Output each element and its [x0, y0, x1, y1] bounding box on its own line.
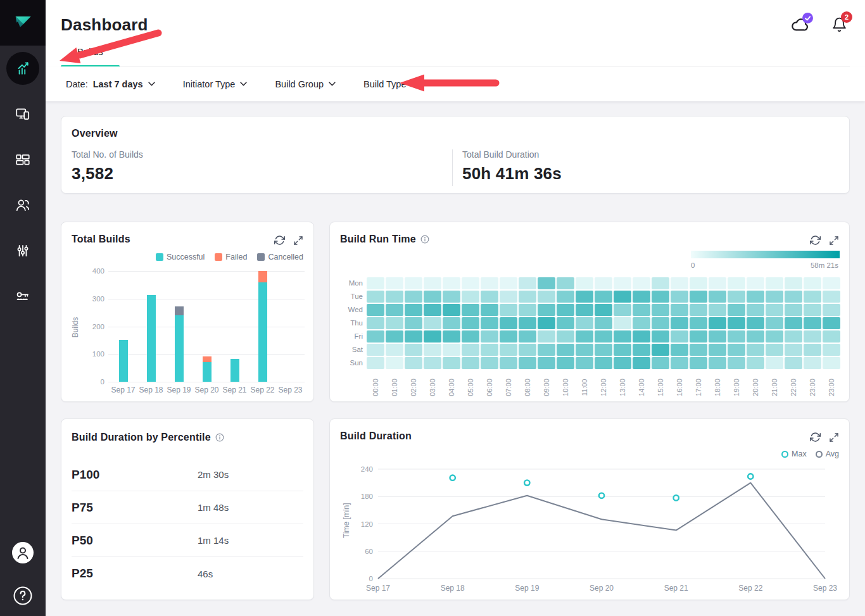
notifications-button[interactable]: 2: [831, 16, 847, 35]
heatmap-cell: [443, 304, 460, 316]
metric-value: 50h 41m 36s: [462, 164, 562, 184]
heatmap-cell: [823, 291, 840, 303]
heatmap-hour-label: 09:00: [543, 374, 550, 401]
heatmap-cell: [367, 317, 384, 329]
heatmap-cell: [804, 304, 821, 316]
filter-value: Last 7 days: [93, 79, 143, 89]
heatmap-cell: [652, 330, 669, 343]
table-row: P1002m 30s: [72, 458, 303, 491]
heatmap-cell: [538, 317, 555, 329]
heatmap-cell: [747, 277, 764, 289]
heatmap-cell: [424, 357, 441, 369]
heatmap-cell: [386, 304, 403, 316]
help-icon: [13, 586, 33, 606]
x-axis-tick: Sep 17: [362, 584, 394, 593]
heatmap-hour-label: 21:00: [771, 374, 778, 401]
heatmap-cell: [804, 291, 821, 303]
sidebar-item-account[interactable]: [0, 530, 46, 575]
heatmap-cell: [785, 317, 802, 329]
bar-segment-failed: [258, 271, 267, 282]
heatmap-cell: [671, 291, 688, 303]
heatmap-cell: [443, 357, 460, 369]
heatmap-cell: [500, 344, 517, 356]
heatmap-cell: [405, 317, 422, 329]
filter-initiator-type[interactable]: Initiator Type: [183, 79, 248, 89]
line-chart-svg: [330, 419, 850, 601]
chart-title-text: Build Duration by Percentile: [72, 432, 211, 443]
heatmap-cell: [443, 291, 460, 303]
heatmap-cell: [804, 357, 821, 369]
filter-bar: Date: Last 7 daysInitiator TypeBuild Gro…: [46, 66, 865, 101]
y-axis-tick: 200: [79, 323, 104, 330]
chart-title: Build Duration by Percentile: [72, 432, 224, 443]
heatmap-cell: [405, 304, 422, 316]
filter-build-type[interactable]: Build Type: [363, 79, 418, 89]
heatmap-cell: [766, 304, 783, 316]
heatmap-cell: [481, 344, 498, 356]
heatmap-cell: [671, 317, 688, 329]
heatmap-hour-label: 08:00: [524, 374, 531, 401]
percentile-card: Build Duration by Percentile P1002m 30sP…: [61, 418, 314, 600]
heatmap-cell: [595, 291, 612, 303]
gridline: [108, 327, 305, 327]
line-chart-plot[interactable]: 240180120600Time [min]Sep 17Sep 18Sep 19…: [330, 419, 850, 601]
heatmap-cell: [557, 277, 574, 289]
cloud-check-badge: [802, 13, 813, 23]
sidebar-item-help[interactable]: [0, 575, 46, 616]
heatmap-cell: [766, 277, 783, 289]
metric-label: Total No. of Builds: [72, 149, 143, 160]
sidebar-item-apps[interactable]: [0, 91, 46, 137]
heatmap-cell: [823, 344, 840, 356]
heatmap-cell: [462, 357, 479, 369]
heatmap-cell: [538, 330, 555, 343]
heatmap-cell: [576, 330, 593, 343]
apps-devices-icon: [15, 106, 31, 122]
heatmap-cell: [614, 344, 631, 356]
heatmap-cell: [386, 344, 403, 356]
filter-build-group[interactable]: Build Group: [275, 79, 336, 89]
heatmap-day-label: Tue: [330, 292, 363, 300]
sidebar-item-add-ons[interactable]: [0, 137, 46, 182]
tab-builds[interactable]: Builds: [61, 45, 120, 66]
heatmap-hour-label: 15:00: [657, 374, 664, 401]
heatmap-cell: [557, 291, 574, 303]
heatmap-cell: [443, 344, 460, 356]
heatmap-cell: [823, 317, 840, 329]
heatmap-plot[interactable]: MonTueWedThuFriSatSun00:0001:0002:0003:0…: [330, 222, 850, 403]
heatmap-cell: [538, 277, 555, 289]
table-row: P501m 14s: [72, 524, 303, 557]
sidebar-item-settings[interactable]: [0, 228, 46, 273]
heatmap-cell: [690, 291, 707, 303]
sidebar-item-insights[interactable]: [0, 46, 46, 91]
add-ons-layout-icon: [15, 151, 31, 168]
heatmap-cell: [500, 277, 517, 289]
heatmap-cell: [671, 357, 688, 369]
app-logo[interactable]: [0, 0, 46, 46]
sidebar-item-users[interactable]: [0, 182, 46, 228]
heatmap-cell: [747, 344, 764, 356]
heatmap-cell: [424, 344, 441, 356]
heatmap-cell: [576, 304, 593, 316]
x-axis-tick: Sep 19: [163, 386, 195, 394]
max-point: [450, 475, 455, 481]
cloud-status-button[interactable]: [790, 17, 809, 35]
heatmap-hour-label: 23:00: [809, 374, 816, 401]
heatmap-cell: [804, 330, 821, 343]
info-icon[interactable]: [215, 433, 224, 442]
heatmap-cell: [652, 304, 669, 316]
heatmap-cell: [633, 344, 650, 356]
heatmap-cell: [690, 344, 707, 356]
users-icon: [15, 197, 31, 213]
bar-chart-plot[interactable]: 4003002001000BuildsSep 17Sep 18Sep 19Sep…: [61, 222, 315, 403]
heatmap-cell: [519, 277, 536, 289]
max-point: [524, 480, 529, 485]
filter-date[interactable]: Date: Last 7 days: [66, 79, 155, 89]
x-axis-tick: Sep 20: [586, 584, 617, 593]
heatmap-cell: [538, 304, 555, 316]
heatmap-cell: [424, 277, 441, 289]
heatmap-cell: [386, 330, 403, 343]
sidebar-item-api-key[interactable]: [0, 273, 46, 319]
heatmap-cell: [785, 291, 802, 303]
heatmap-cell: [462, 291, 479, 303]
y-axis-tick: 0: [79, 378, 104, 386]
